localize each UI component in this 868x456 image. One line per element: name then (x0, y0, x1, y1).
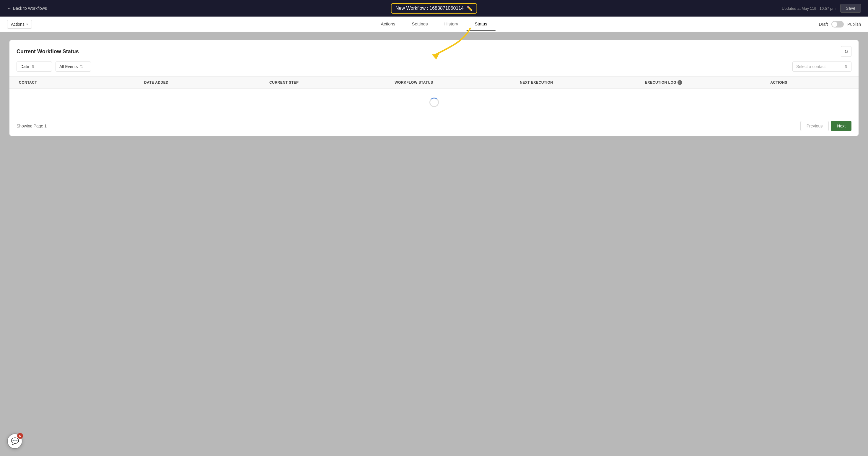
workflow-title: New Workflow : 1683871060114 (396, 6, 464, 11)
actions-dropdown-label: Actions (11, 22, 25, 27)
col-workflow-status: WORKFLOW STATUS (392, 77, 518, 88)
execution-log-info-icon[interactable]: i (678, 80, 682, 85)
col-contact: CONTACT (17, 77, 142, 88)
status-card: Current Workflow Status ↻ Date ⇅ All Eve… (9, 40, 859, 136)
date-filter-label: Date (20, 64, 29, 69)
col-current-step: CURRENT STEP (267, 77, 392, 88)
contact-filter-label: Select a contact (796, 64, 826, 69)
chat-icon: 💬 (11, 437, 19, 445)
date-filter-arrow-icon: ⇅ (32, 64, 35, 68)
dropdown-chevron-icon: ▾ (26, 22, 28, 26)
contact-filter-arrow-icon: ⇅ (845, 64, 848, 68)
next-button[interactable]: Next (831, 121, 851, 131)
updated-timestamp: Updated at May 11th, 10:57 pm (782, 6, 836, 11)
table-container: CONTACT DATE ADDED CURRENT STEP WORKFLOW… (9, 76, 859, 116)
tab-settings[interactable]: Settings (403, 17, 436, 31)
refresh-icon: ↻ (844, 49, 848, 54)
filters-row: Date ⇅ All Events ⇅ Select a contact ⇅ (9, 61, 859, 76)
pagination-row: Showing Page 1 Previous Next (9, 116, 859, 136)
edit-icon: ✏️ (467, 6, 472, 11)
publish-label: Publish (847, 22, 861, 27)
actions-dropdown[interactable]: Actions ▾ (7, 20, 32, 29)
contact-filter[interactable]: Select a contact ⇅ (793, 61, 851, 72)
nav-tabs: Actions Settings History Status (372, 17, 496, 31)
previous-button[interactable]: Previous (800, 121, 829, 131)
card-title: Current Workflow Status (17, 49, 79, 55)
events-filter-label: All Events (59, 64, 78, 69)
tab-status[interactable]: Status (466, 17, 496, 31)
card-header: Current Workflow Status ↻ (9, 40, 859, 61)
back-label: Back to Workflows (13, 6, 47, 11)
refresh-button[interactable]: ↻ (841, 46, 851, 57)
table-body-loading (9, 89, 859, 116)
nav-bar: Actions ▾ Actions Settings History Statu… (0, 17, 868, 32)
publish-toggle[interactable] (831, 21, 844, 28)
back-arrow-icon: ← (7, 6, 11, 11)
pagination-buttons: Previous Next (800, 121, 851, 131)
back-to-workflows-link[interactable]: ← Back to Workflows (7, 6, 47, 11)
table-header: CONTACT DATE ADDED CURRENT STEP WORKFLOW… (9, 77, 859, 89)
top-bar: ← Back to Workflows New Workflow : 16838… (0, 0, 868, 17)
chat-widget[interactable]: 💬 6 (7, 433, 23, 449)
main-content: Current Workflow Status ↻ Date ⇅ All Eve… (0, 32, 868, 456)
col-date-added: DATE ADDED (142, 77, 267, 88)
loading-spinner (429, 97, 439, 107)
chat-badge: 6 (17, 433, 23, 439)
top-right-area: Updated at May 11th, 10:57 pm Save (782, 4, 861, 13)
tab-history[interactable]: History (436, 17, 467, 31)
date-filter[interactable]: Date ⇅ (17, 61, 52, 72)
draft-label: Draft (819, 22, 828, 27)
col-next-execution: NEXT EXECUTION (518, 77, 643, 88)
events-filter-arrow-icon: ⇅ (80, 64, 83, 68)
tab-actions[interactable]: Actions (372, 17, 403, 31)
col-execution-log: EXECUTION LOG i (643, 77, 768, 88)
showing-page-text: Showing Page 1 (17, 123, 46, 129)
events-filter[interactable]: All Events ⇅ (56, 61, 91, 72)
nav-right-area: Draft Publish (819, 21, 861, 28)
workflow-title-box[interactable]: New Workflow : 1683871060114 ✏️ (391, 3, 477, 13)
save-button[interactable]: Save (840, 4, 861, 13)
col-actions: ACTIONS (768, 77, 851, 88)
